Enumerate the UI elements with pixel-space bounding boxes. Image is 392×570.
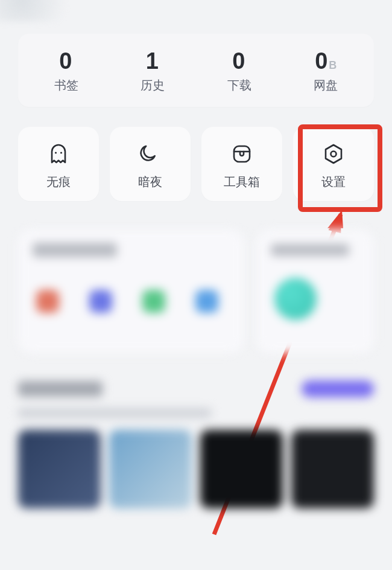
tool-toolbox[interactable]: 工具箱	[201, 127, 282, 201]
tool-night[interactable]: 暗夜	[110, 127, 191, 201]
stat-cloud[interactable]: 0B 网盘	[283, 50, 370, 94]
tool-settings-label: 设置	[321, 174, 346, 190]
blurred-card-b	[256, 229, 374, 353]
tool-incognito-label: 无痕	[46, 174, 71, 190]
stat-bookmarks-value: 0	[59, 50, 73, 72]
stat-history-value: 1	[146, 50, 160, 72]
avatar-blur	[0, 0, 84, 22]
tools-row: 无痕 暗夜 工具箱 设置	[18, 127, 374, 201]
blurred-card-a	[18, 229, 244, 353]
tool-settings[interactable]: 设置	[293, 127, 374, 201]
stat-bookmarks-label: 书签	[23, 77, 110, 94]
stats-panel: 0 书签 1 历史 0 下载 0B 网盘	[18, 34, 374, 107]
settings-icon	[321, 141, 346, 167]
moon-icon	[138, 141, 163, 167]
svg-rect-2	[234, 146, 250, 162]
stat-history[interactable]: 1 历史	[110, 50, 197, 94]
blurred-section	[18, 380, 374, 508]
svg-marker-3	[326, 145, 341, 163]
stat-cloud-label: 网盘	[283, 77, 370, 94]
stat-downloads-value: 0	[232, 50, 246, 72]
stat-history-label: 历史	[110, 77, 197, 94]
svg-point-0	[55, 152, 57, 153]
svg-point-4	[331, 152, 337, 157]
toolbox-icon	[229, 141, 254, 167]
stat-downloads-label: 下载	[196, 77, 283, 94]
svg-point-1	[60, 152, 62, 153]
ghost-icon	[46, 141, 71, 167]
tool-incognito[interactable]: 无痕	[18, 127, 99, 201]
tool-toolbox-label: 工具箱	[224, 174, 260, 190]
tool-night-label: 暗夜	[138, 174, 162, 190]
stat-bookmarks[interactable]: 0 书签	[23, 50, 110, 94]
stat-cloud-value: 0B	[315, 50, 337, 72]
svg-marker-7	[327, 210, 343, 228]
stat-downloads[interactable]: 0 下载	[196, 50, 283, 94]
